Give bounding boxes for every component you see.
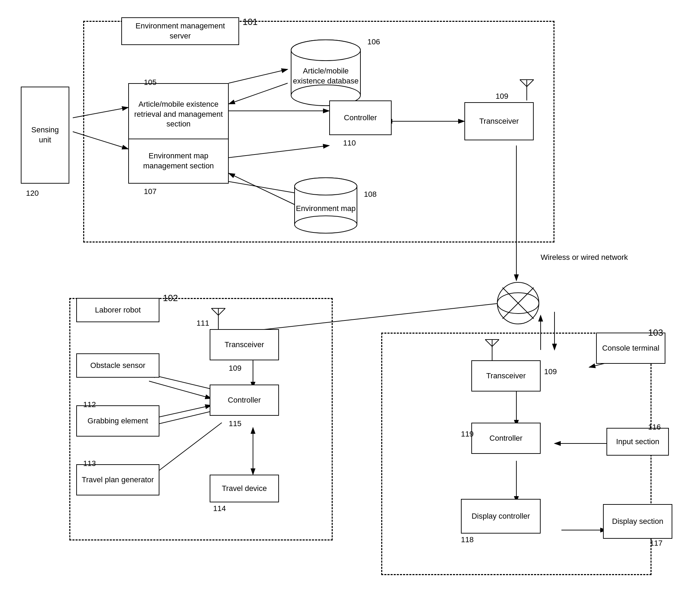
controller-console-box: Controller bbox=[471, 423, 541, 454]
transceiver-console-label: Transceiver bbox=[486, 371, 526, 381]
sensing-unit-label: Sensing unit bbox=[24, 125, 66, 145]
travel-device-box: Travel device bbox=[210, 475, 279, 502]
env-map-label: Environment map bbox=[292, 193, 359, 217]
svg-line-35 bbox=[520, 80, 527, 87]
article-section-box: Article/mobile existence retrieval and m… bbox=[128, 83, 229, 146]
travel-plan-label: Travel plan generator bbox=[82, 475, 154, 485]
article-db-label: Article/mobile existence database bbox=[288, 56, 364, 89]
display-section-box: Display section bbox=[603, 504, 672, 539]
controller-robot-id: 115 bbox=[229, 419, 242, 428]
controller-top-label: Controller bbox=[344, 113, 377, 123]
article-db-cylinder: Article/mobile existence database bbox=[288, 38, 364, 107]
controller-top-id: 110 bbox=[343, 139, 356, 148]
grabbing-element-box: Grabbing element bbox=[76, 405, 159, 437]
transceiver-console-box: Transceiver bbox=[471, 360, 541, 391]
svg-line-52 bbox=[492, 340, 499, 346]
obstacle-sensor-label: Obstacle sensor bbox=[90, 361, 146, 371]
travel-plan-id: 113 bbox=[83, 459, 96, 468]
robot-antenna-id: 111 bbox=[196, 319, 209, 328]
article-section-label: Article/mobile existence retrieval and m… bbox=[132, 99, 225, 129]
svg-line-51 bbox=[485, 340, 492, 346]
controller-console-label: Controller bbox=[489, 433, 522, 443]
controller-robot-label: Controller bbox=[228, 395, 261, 405]
display-controller-label: Display controller bbox=[472, 511, 530, 521]
input-section-box: Input section bbox=[606, 428, 669, 456]
article-db-id: 106 bbox=[367, 37, 380, 46]
env-map-section-box: Environment map management section bbox=[128, 139, 229, 184]
input-section-label: Input section bbox=[616, 437, 660, 447]
travel-plan-box: Travel plan generator bbox=[76, 464, 159, 495]
transceiver-top-box: Transceiver bbox=[464, 102, 534, 140]
laborer-robot-box: Laborer robot bbox=[76, 298, 159, 322]
transceiver-robot-label: Transceiver bbox=[225, 340, 264, 350]
travel-device-label: Travel device bbox=[222, 484, 267, 494]
article-section-id: 105 bbox=[144, 78, 157, 87]
travel-device-id: 114 bbox=[213, 504, 226, 513]
display-controller-box: Display controller bbox=[461, 499, 541, 534]
env-map-cylinder: Environment map bbox=[291, 177, 360, 234]
svg-line-48 bbox=[218, 308, 225, 315]
diagram: Sensing unit 120 Environment management … bbox=[0, 0, 690, 616]
laborer-robot-label: Laborer robot bbox=[95, 305, 141, 315]
antenna-top bbox=[516, 73, 537, 104]
env-server-label: Environment management server bbox=[125, 21, 236, 41]
display-section-label: Display section bbox=[612, 517, 663, 527]
env-server-box: Environment management server bbox=[121, 17, 239, 45]
controller-console-id: 119 bbox=[461, 430, 474, 439]
sensing-unit-box: Sensing unit bbox=[21, 87, 69, 184]
antenna-console bbox=[482, 333, 503, 364]
svg-point-41 bbox=[295, 178, 357, 195]
transceiver-top-id: 109 bbox=[496, 92, 508, 101]
env-map-id: 108 bbox=[364, 190, 377, 199]
svg-point-40 bbox=[295, 216, 357, 233]
display-section-id: 117 bbox=[650, 539, 663, 548]
obstacle-sensor-box: Obstacle sensor bbox=[76, 353, 159, 378]
transceiver-robot-id: 109 bbox=[229, 364, 242, 373]
wireless-network-label: Wireless or wired network bbox=[541, 253, 628, 262]
transceiver-top-label: Transceiver bbox=[479, 116, 519, 126]
grabbing-element-label: Grabbing element bbox=[88, 416, 148, 426]
laborer-robot-id: 102 bbox=[163, 293, 178, 303]
svg-line-47 bbox=[211, 308, 218, 315]
display-controller-id: 118 bbox=[461, 535, 474, 544]
env-map-section-id: 107 bbox=[144, 187, 157, 196]
console-terminal-label: Console terminal bbox=[602, 343, 659, 353]
transceiver-robot-box: Transceiver bbox=[210, 329, 279, 360]
sensing-unit-id: 120 bbox=[26, 189, 39, 198]
grabbing-element-id: 112 bbox=[83, 400, 96, 409]
transceiver-console-id: 109 bbox=[544, 367, 557, 376]
network-circle bbox=[496, 281, 541, 326]
input-section-id: 116 bbox=[648, 423, 661, 432]
env-server-id: 101 bbox=[243, 17, 257, 27]
svg-line-36 bbox=[527, 80, 534, 87]
controller-robot-box: Controller bbox=[210, 385, 279, 416]
env-map-section-label: Environment map management section bbox=[132, 151, 225, 171]
controller-top-box: Controller bbox=[329, 100, 392, 135]
antenna-robot bbox=[208, 301, 229, 333]
console-terminal-id: 103 bbox=[648, 327, 663, 338]
